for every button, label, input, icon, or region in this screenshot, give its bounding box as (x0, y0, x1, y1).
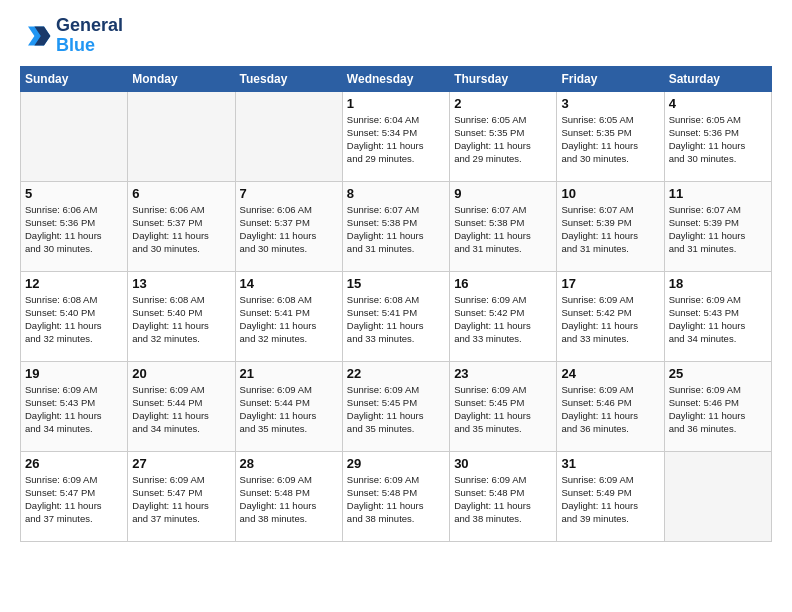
day-info: Sunrise: 6:09 AM Sunset: 5:44 PM Dayligh… (132, 383, 230, 436)
day-number: 25 (669, 366, 767, 381)
day-number: 19 (25, 366, 123, 381)
day-info: Sunrise: 6:06 AM Sunset: 5:36 PM Dayligh… (25, 203, 123, 256)
day-info: Sunrise: 6:09 AM Sunset: 5:47 PM Dayligh… (132, 473, 230, 526)
page: General Blue SundayMondayTuesdayWednesda… (0, 0, 792, 552)
day-info: Sunrise: 6:07 AM Sunset: 5:39 PM Dayligh… (561, 203, 659, 256)
calendar-cell: 3Sunrise: 6:05 AM Sunset: 5:35 PM Daylig… (557, 91, 664, 181)
day-info: Sunrise: 6:09 AM Sunset: 5:42 PM Dayligh… (561, 293, 659, 346)
day-info: Sunrise: 6:09 AM Sunset: 5:48 PM Dayligh… (454, 473, 552, 526)
day-number: 8 (347, 186, 445, 201)
weekday-header-sunday: Sunday (21, 66, 128, 91)
calendar-cell: 4Sunrise: 6:05 AM Sunset: 5:36 PM Daylig… (664, 91, 771, 181)
day-number: 13 (132, 276, 230, 291)
day-number: 3 (561, 96, 659, 111)
day-number: 18 (669, 276, 767, 291)
weekday-header-thursday: Thursday (450, 66, 557, 91)
day-number: 29 (347, 456, 445, 471)
day-info: Sunrise: 6:09 AM Sunset: 5:46 PM Dayligh… (561, 383, 659, 436)
calendar-week-1: 1Sunrise: 6:04 AM Sunset: 5:34 PM Daylig… (21, 91, 772, 181)
day-info: Sunrise: 6:08 AM Sunset: 5:41 PM Dayligh… (347, 293, 445, 346)
calendar-cell: 18Sunrise: 6:09 AM Sunset: 5:43 PM Dayli… (664, 271, 771, 361)
day-number: 6 (132, 186, 230, 201)
weekday-header-saturday: Saturday (664, 66, 771, 91)
day-number: 26 (25, 456, 123, 471)
day-info: Sunrise: 6:08 AM Sunset: 5:40 PM Dayligh… (25, 293, 123, 346)
day-info: Sunrise: 6:09 AM Sunset: 5:45 PM Dayligh… (454, 383, 552, 436)
calendar-cell: 7Sunrise: 6:06 AM Sunset: 5:37 PM Daylig… (235, 181, 342, 271)
day-number: 12 (25, 276, 123, 291)
day-number: 4 (669, 96, 767, 111)
day-info: Sunrise: 6:09 AM Sunset: 5:46 PM Dayligh… (669, 383, 767, 436)
day-info: Sunrise: 6:09 AM Sunset: 5:42 PM Dayligh… (454, 293, 552, 346)
day-number: 24 (561, 366, 659, 381)
day-info: Sunrise: 6:09 AM Sunset: 5:47 PM Dayligh… (25, 473, 123, 526)
calendar-cell (21, 91, 128, 181)
weekday-header-wednesday: Wednesday (342, 66, 449, 91)
calendar-cell: 29Sunrise: 6:09 AM Sunset: 5:48 PM Dayli… (342, 451, 449, 541)
calendar-week-5: 26Sunrise: 6:09 AM Sunset: 5:47 PM Dayli… (21, 451, 772, 541)
calendar-cell: 20Sunrise: 6:09 AM Sunset: 5:44 PM Dayli… (128, 361, 235, 451)
calendar-cell: 11Sunrise: 6:07 AM Sunset: 5:39 PM Dayli… (664, 181, 771, 271)
day-number: 14 (240, 276, 338, 291)
day-info: Sunrise: 6:09 AM Sunset: 5:43 PM Dayligh… (25, 383, 123, 436)
day-info: Sunrise: 6:05 AM Sunset: 5:36 PM Dayligh… (669, 113, 767, 166)
calendar-week-4: 19Sunrise: 6:09 AM Sunset: 5:43 PM Dayli… (21, 361, 772, 451)
calendar-cell: 31Sunrise: 6:09 AM Sunset: 5:49 PM Dayli… (557, 451, 664, 541)
day-number: 5 (25, 186, 123, 201)
calendar-cell (664, 451, 771, 541)
logo-icon (20, 20, 52, 52)
calendar-cell (235, 91, 342, 181)
weekday-header-tuesday: Tuesday (235, 66, 342, 91)
day-info: Sunrise: 6:09 AM Sunset: 5:45 PM Dayligh… (347, 383, 445, 436)
day-number: 23 (454, 366, 552, 381)
logo-text: General Blue (56, 16, 123, 56)
calendar-cell: 13Sunrise: 6:08 AM Sunset: 5:40 PM Dayli… (128, 271, 235, 361)
calendar-cell: 17Sunrise: 6:09 AM Sunset: 5:42 PM Dayli… (557, 271, 664, 361)
calendar-cell: 16Sunrise: 6:09 AM Sunset: 5:42 PM Dayli… (450, 271, 557, 361)
day-info: Sunrise: 6:06 AM Sunset: 5:37 PM Dayligh… (240, 203, 338, 256)
calendar-table: SundayMondayTuesdayWednesdayThursdayFrid… (20, 66, 772, 542)
calendar-week-3: 12Sunrise: 6:08 AM Sunset: 5:40 PM Dayli… (21, 271, 772, 361)
calendar-cell: 24Sunrise: 6:09 AM Sunset: 5:46 PM Dayli… (557, 361, 664, 451)
calendar-cell: 10Sunrise: 6:07 AM Sunset: 5:39 PM Dayli… (557, 181, 664, 271)
logo: General Blue (20, 16, 123, 56)
weekday-header-monday: Monday (128, 66, 235, 91)
day-number: 10 (561, 186, 659, 201)
calendar-cell: 5Sunrise: 6:06 AM Sunset: 5:36 PM Daylig… (21, 181, 128, 271)
calendar-cell: 25Sunrise: 6:09 AM Sunset: 5:46 PM Dayli… (664, 361, 771, 451)
day-info: Sunrise: 6:07 AM Sunset: 5:38 PM Dayligh… (347, 203, 445, 256)
day-number: 21 (240, 366, 338, 381)
calendar-cell: 23Sunrise: 6:09 AM Sunset: 5:45 PM Dayli… (450, 361, 557, 451)
day-info: Sunrise: 6:09 AM Sunset: 5:48 PM Dayligh… (347, 473, 445, 526)
calendar-cell: 6Sunrise: 6:06 AM Sunset: 5:37 PM Daylig… (128, 181, 235, 271)
day-info: Sunrise: 6:09 AM Sunset: 5:43 PM Dayligh… (669, 293, 767, 346)
day-number: 15 (347, 276, 445, 291)
day-info: Sunrise: 6:08 AM Sunset: 5:40 PM Dayligh… (132, 293, 230, 346)
calendar-cell: 2Sunrise: 6:05 AM Sunset: 5:35 PM Daylig… (450, 91, 557, 181)
day-info: Sunrise: 6:09 AM Sunset: 5:49 PM Dayligh… (561, 473, 659, 526)
day-number: 9 (454, 186, 552, 201)
day-info: Sunrise: 6:09 AM Sunset: 5:44 PM Dayligh… (240, 383, 338, 436)
day-number: 31 (561, 456, 659, 471)
day-info: Sunrise: 6:07 AM Sunset: 5:39 PM Dayligh… (669, 203, 767, 256)
day-number: 20 (132, 366, 230, 381)
calendar-cell: 22Sunrise: 6:09 AM Sunset: 5:45 PM Dayli… (342, 361, 449, 451)
day-number: 1 (347, 96, 445, 111)
day-info: Sunrise: 6:09 AM Sunset: 5:48 PM Dayligh… (240, 473, 338, 526)
calendar-cell: 30Sunrise: 6:09 AM Sunset: 5:48 PM Dayli… (450, 451, 557, 541)
calendar-cell: 15Sunrise: 6:08 AM Sunset: 5:41 PM Dayli… (342, 271, 449, 361)
calendar-cell: 26Sunrise: 6:09 AM Sunset: 5:47 PM Dayli… (21, 451, 128, 541)
calendar-cell: 1Sunrise: 6:04 AM Sunset: 5:34 PM Daylig… (342, 91, 449, 181)
day-number: 28 (240, 456, 338, 471)
day-info: Sunrise: 6:05 AM Sunset: 5:35 PM Dayligh… (454, 113, 552, 166)
calendar-cell: 28Sunrise: 6:09 AM Sunset: 5:48 PM Dayli… (235, 451, 342, 541)
calendar-cell: 21Sunrise: 6:09 AM Sunset: 5:44 PM Dayli… (235, 361, 342, 451)
day-info: Sunrise: 6:08 AM Sunset: 5:41 PM Dayligh… (240, 293, 338, 346)
day-info: Sunrise: 6:06 AM Sunset: 5:37 PM Dayligh… (132, 203, 230, 256)
day-number: 11 (669, 186, 767, 201)
day-info: Sunrise: 6:07 AM Sunset: 5:38 PM Dayligh… (454, 203, 552, 256)
calendar-cell (128, 91, 235, 181)
day-number: 2 (454, 96, 552, 111)
day-info: Sunrise: 6:04 AM Sunset: 5:34 PM Dayligh… (347, 113, 445, 166)
calendar-cell: 9Sunrise: 6:07 AM Sunset: 5:38 PM Daylig… (450, 181, 557, 271)
